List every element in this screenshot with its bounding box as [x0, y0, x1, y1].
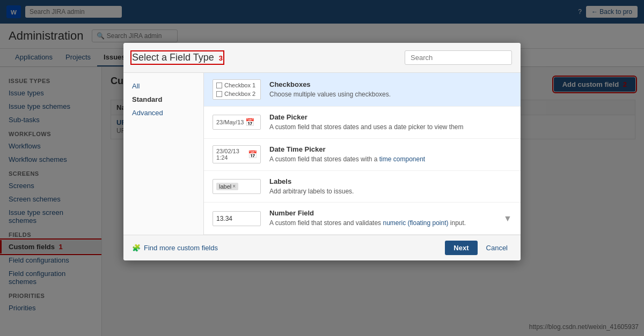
field-icon-number: 13.34 — [213, 211, 261, 226]
modal-title: Select a Field Type 3 — [132, 52, 223, 63]
field-desc-checkboxes: Choose multiple values using checkboxes. — [269, 90, 512, 99]
field-item-datetime-picker[interactable]: 23/02/13 1:24 📅 Date Time Picker A custo… — [204, 139, 521, 171]
modal-body: All Standard Advanced Checkbox 1 Checkbo… — [123, 73, 521, 235]
field-desc-datetime-picker: A custom field that stores dates with a … — [269, 155, 512, 164]
time-component-link[interactable]: time component — [379, 155, 425, 163]
category-all[interactable]: All — [123, 79, 203, 93]
field-name-labels: Labels — [269, 177, 512, 185]
modal-footer-right: Next Cancel — [445, 241, 512, 255]
modal-footer-left: 🧩 Find more custom fields — [132, 244, 218, 252]
field-name-datetime-picker: Date Time Picker — [269, 145, 512, 153]
scroll-down-arrow: ▼ — [503, 214, 512, 223]
category-standard-heading: Standard — [123, 93, 203, 106]
field-desc-date-picker: A custom field that stores dates and use… — [269, 123, 512, 132]
modal-footer: 🧩 Find more custom fields Next Cancel — [123, 235, 521, 260]
field-item-date-picker[interactable]: 23/May/13 📅 Date Picker A custom field t… — [204, 107, 521, 139]
field-item-number[interactable]: 13.34 Number Field A custom field that s… — [204, 203, 521, 235]
field-icon-checkboxes: Checkbox 1 Checkbox 2 — [213, 79, 261, 100]
field-info-number: Number Field A custom field that stores … — [269, 209, 495, 228]
calendar-icon: 📅 — [245, 118, 254, 126]
field-info-checkboxes: Checkboxes Choose multiple values using … — [269, 80, 512, 99]
cancel-button[interactable]: Cancel — [482, 241, 512, 255]
calendar-datetime-icon: 📅 — [248, 150, 257, 159]
numeric-link[interactable]: numeric (floating point) — [383, 219, 448, 227]
modal-header: Select a Field Type 3 — [123, 43, 521, 73]
label-close-icon: × — [232, 183, 236, 189]
field-name-number: Number Field — [269, 209, 495, 217]
field-item-labels[interactable]: label × Labels Add arbitrary labels to i… — [204, 171, 521, 203]
field-item-checkboxes[interactable]: Checkbox 1 Checkbox 2 Checkboxes Choose … — [204, 73, 521, 107]
select-field-type-modal: Select a Field Type 3 All Standard Advan… — [123, 43, 521, 260]
annotation-badge-3: 3 — [219, 54, 223, 62]
field-name-checkboxes: Checkboxes — [269, 80, 512, 88]
field-desc-labels: Add arbitrary labels to issues. — [269, 187, 512, 196]
field-info-date-picker: Date Picker A custom field that stores d… — [269, 113, 512, 132]
category-advanced[interactable]: Advanced — [123, 106, 203, 120]
label-tag: label × — [216, 183, 238, 190]
field-icon-date-picker: 23/May/13 📅 — [213, 115, 261, 130]
field-desc-number: A custom field that stores and validates… — [269, 219, 495, 228]
category-nav: All Standard Advanced — [123, 73, 204, 235]
find-more-link[interactable]: Find more custom fields — [144, 244, 218, 252]
field-list: Checkbox 1 Checkbox 2 Checkboxes Choose … — [204, 73, 521, 235]
field-icon-labels: label × — [213, 179, 261, 194]
modal-search-input[interactable] — [405, 50, 512, 65]
field-icon-datetime-picker: 23/02/13 1:24 📅 — [213, 145, 261, 163]
field-info-labels: Labels Add arbitrary labels to issues. — [269, 177, 512, 196]
next-button[interactable]: Next — [445, 241, 477, 255]
field-info-datetime-picker: Date Time Picker A custom field that sto… — [269, 145, 512, 164]
puzzle-icon: 🧩 — [132, 244, 141, 252]
field-name-date-picker: Date Picker — [269, 113, 512, 121]
modal-overlay: Select a Field Type 3 All Standard Advan… — [0, 0, 644, 336]
